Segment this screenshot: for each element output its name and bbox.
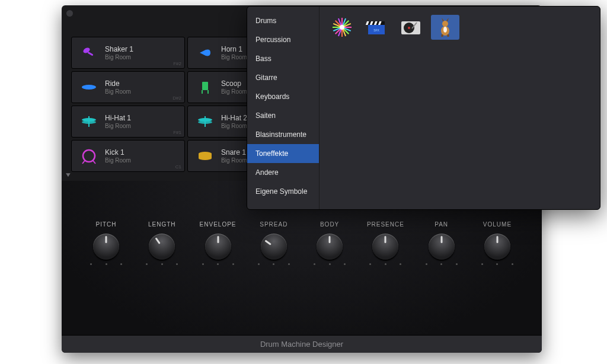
svg-point-12 xyxy=(83,150,95,162)
symbol-grid: SFX xyxy=(320,7,600,209)
knob-ticks xyxy=(90,263,122,265)
knob-label: PITCH xyxy=(96,221,117,228)
category-keyboards[interactable]: Keyboards xyxy=(247,87,319,106)
knob-dial[interactable] xyxy=(484,234,510,260)
category-percussion[interactable]: Percussion xyxy=(247,30,319,49)
knob-pan[interactable]: PAN xyxy=(418,221,465,265)
knob-dial[interactable] xyxy=(261,234,287,260)
knob-presence[interactable]: PRESENCE xyxy=(362,221,408,265)
svg-point-44 xyxy=(408,27,410,29)
symbol-picker-popover: DrumsPercussionBassGitarreKeyboardsSaite… xyxy=(247,6,600,210)
kick-icon xyxy=(75,142,103,170)
pad-kit: Big Room xyxy=(221,157,247,164)
pad-kit: Big Room xyxy=(105,88,131,95)
knob-spread[interactable]: SPREAD xyxy=(251,221,297,265)
window-close-button[interactable] xyxy=(66,10,73,17)
category-gitarre[interactable]: Gitarre xyxy=(247,68,319,87)
drum-pad[interactable]: Ride Big Room D#2 xyxy=(71,71,185,103)
pad-note: D#2 xyxy=(172,95,181,101)
knob-ticks xyxy=(146,263,178,265)
category-eigene symbole[interactable]: Eigene Symbole xyxy=(247,182,319,201)
pad-name: Scoop xyxy=(221,79,247,88)
pad-name: Hi-Hat 1 xyxy=(105,114,131,122)
knob-ticks xyxy=(202,263,234,265)
pad-kit: Big Room xyxy=(105,54,133,60)
svg-line-14 xyxy=(93,161,95,164)
svg-text:SFX: SFX xyxy=(373,28,379,32)
knob-label: BODY xyxy=(320,221,339,228)
svg-point-2 xyxy=(82,85,96,90)
pad-name: Shaker 1 xyxy=(105,45,133,53)
pad-kit: Big Room xyxy=(221,54,247,60)
horn-icon xyxy=(191,39,219,66)
pad-name: Kick 1 xyxy=(105,148,131,157)
knob-volume[interactable]: VOLUME xyxy=(474,221,520,265)
svg-rect-1 xyxy=(88,52,94,56)
pad-name: Hi-Hat 2 xyxy=(221,114,247,122)
knob-label: SPREAD xyxy=(260,221,287,228)
knob-label: VOLUME xyxy=(483,221,512,228)
knob-dial[interactable] xyxy=(205,234,231,260)
clapper-icon[interactable]: SFX xyxy=(362,15,391,40)
pad-note: F#2 xyxy=(173,61,181,66)
knob-ticks xyxy=(314,263,346,265)
category-saiten[interactable]: Saiten xyxy=(247,106,319,125)
shaker-icon xyxy=(75,39,103,66)
disclosure-triangle[interactable]: ▼ xyxy=(65,171,72,178)
category-bass[interactable]: Bass xyxy=(247,49,319,68)
ride-icon xyxy=(75,74,103,101)
knob-label: PAN xyxy=(435,221,448,228)
burst-icon[interactable] xyxy=(328,15,356,40)
knob-dial[interactable] xyxy=(149,234,175,260)
pad-name: Snare 1 xyxy=(221,148,247,157)
svg-line-13 xyxy=(82,161,85,164)
pad-note: C1 xyxy=(175,164,181,170)
drum-pad[interactable]: Kick 1 Big Room C1 xyxy=(71,140,185,172)
pad-kit: Big Room xyxy=(105,157,131,164)
knob-ticks xyxy=(369,263,401,265)
knob-body[interactable]: BODY xyxy=(306,221,353,265)
category-drums[interactable]: Drums xyxy=(247,11,319,30)
knob-ticks xyxy=(481,263,513,265)
drum-pad[interactable]: Hi-Hat 1 Big Room F#1 xyxy=(71,106,185,138)
category-list: DrumsPercussionBassGitarreKeyboardsSaite… xyxy=(247,7,320,209)
category-blasinstrumente[interactable]: Blasinstrumente xyxy=(247,125,319,144)
svg-point-50 xyxy=(443,27,447,33)
turntable-icon[interactable] xyxy=(397,15,425,40)
svg-rect-3 xyxy=(202,82,208,90)
pad-name: Horn 1 xyxy=(221,45,247,53)
knob-dial[interactable] xyxy=(93,234,119,260)
footer-title: Drum Machine Designer xyxy=(62,335,542,353)
knob-length[interactable]: LENGTH xyxy=(139,221,185,265)
svg-point-34 xyxy=(340,25,344,30)
knob-dial[interactable] xyxy=(317,234,343,260)
pad-kit: Big Room xyxy=(221,88,247,95)
pad-note: F#1 xyxy=(173,130,181,135)
knob-dial[interactable] xyxy=(372,234,398,260)
category-andere[interactable]: Andere xyxy=(247,163,319,182)
pad-name: Ride xyxy=(105,79,131,88)
svg-point-47 xyxy=(442,21,448,27)
knob-dial[interactable] xyxy=(429,234,455,260)
knob-envelope[interactable]: ENVELOPE xyxy=(195,221,241,265)
category-toneffekte[interactable]: Toneffekte xyxy=(247,144,319,163)
pad-kit: Big Room xyxy=(105,123,131,129)
hihat-icon xyxy=(75,108,103,135)
drum-pad[interactable]: Shaker 1 Big Room F#2 xyxy=(71,37,185,69)
hihat-icon xyxy=(191,108,219,135)
scoop-icon xyxy=(191,74,219,101)
snare-icon xyxy=(191,142,219,170)
knob-label: PRESENCE xyxy=(367,221,404,228)
dog-icon[interactable] xyxy=(431,15,459,40)
svg-point-17 xyxy=(199,157,212,160)
knob-label: ENVELOPE xyxy=(200,221,237,228)
knob-ticks xyxy=(258,263,290,265)
knob-ticks xyxy=(426,263,458,265)
pad-kit: Big Room xyxy=(221,123,247,129)
knob-pitch[interactable]: PITCH xyxy=(83,221,129,265)
knob-label: LENGTH xyxy=(148,221,176,228)
